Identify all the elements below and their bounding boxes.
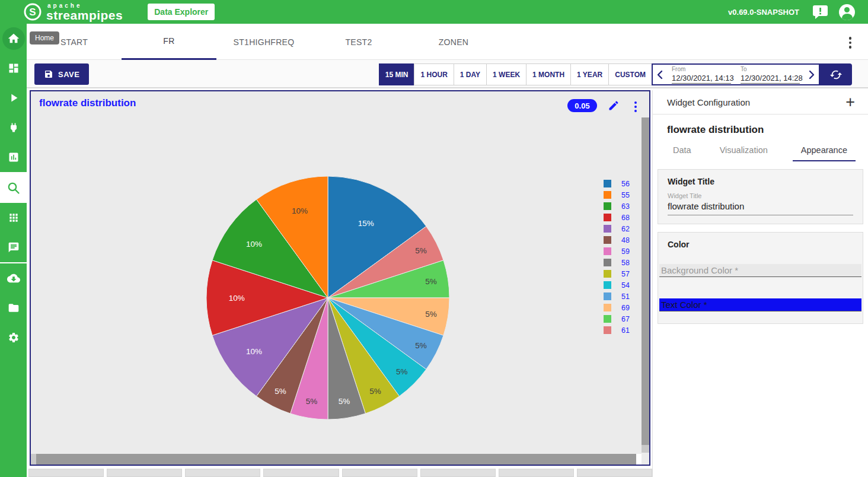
streampipes-logo[interactable]: S apache streampipes [23,2,123,22]
sidebar-item-connect[interactable] [0,113,27,142]
legend-item[interactable]: 51 [604,291,637,302]
sidebar-item-install-elements[interactable] [0,263,27,293]
logo-streampipes-text: streampipes [46,9,123,21]
panel-title: Widget Configuration [667,97,750,107]
pie-slice-label: 5% [275,387,286,396]
dashboard-grid-row [28,469,652,477]
sidebar-item-pipeline-overview[interactable] [0,53,27,83]
dashboard-tab-bar: Home START FR ST1HIGHFREQ TEST2 ZONEN [27,24,868,60]
legend-swatch [604,236,611,244]
save-button[interactable]: SAVE [34,63,89,85]
edit-pencil-icon[interactable] [608,100,620,112]
pie-slice-label: 5% [306,397,318,406]
legend-item[interactable]: 56 [604,178,637,189]
legend-item[interactable]: 54 [604,279,637,291]
pie-chart-widget: flowrate distribution 0.05 15%5%5%5%5%5%… [30,90,650,466]
add-widget-icon[interactable]: + [845,96,855,108]
legend-item[interactable]: 68 [604,212,637,223]
app-header: S apache streampipes Data Explorer v0.69… [0,0,868,24]
sidebar-item-dashboard[interactable] [0,142,27,172]
sidebar-item-notifications[interactable] [0,233,27,262]
pie-slice-label: 5% [369,387,381,396]
legend-label: 68 [617,214,630,222]
time-range-selector: 15 MIN 1 HOUR 1 DAY 1 WEEK 1 MONTH 1 YEA… [379,63,852,85]
range-1month-button[interactable]: 1 MONTH [526,63,571,85]
pie-slice-label: 5% [425,277,437,286]
feedback-icon[interactable] [812,5,828,20]
horizontal-scrollbar-thumb[interactable] [36,454,636,465]
legend-item[interactable]: 61 [604,325,637,336]
svg-text:S: S [29,7,36,18]
legend-item[interactable]: 69 [604,302,637,313]
legend-swatch [604,326,611,334]
vertical-scrollbar-thumb[interactable] [642,117,649,445]
to-date-field[interactable]: To 12/30/2021, 14:28 [736,65,805,84]
grid-cell [342,469,417,477]
chat-icon [8,241,20,253]
panel-tab-visualization[interactable]: Visualization [716,145,771,161]
tab-zonen[interactable]: ZONEN [406,24,501,60]
chevron-left-icon[interactable] [653,65,667,84]
sidebar-item-pipelines[interactable] [0,83,27,113]
sidebar-item-apps[interactable] [0,203,27,233]
pie-slice-label: 10% [246,347,262,356]
legend-item[interactable]: 48 [604,234,637,246]
background-color-input[interactable]: Background Color * [659,264,861,277]
range-1week-button[interactable]: 1 WEEK [486,63,526,85]
pie-slice-label: 5% [396,367,408,376]
from-date-field[interactable]: From 12/30/2021, 14:13 [667,65,736,84]
panel-widget-name: flowrate distribution [667,124,868,136]
legend-item[interactable]: 63 [604,201,637,212]
sidebar-item-data-explorer[interactable] [0,173,27,203]
legend-item[interactable]: 67 [604,313,637,325]
range-1hour-button[interactable]: 1 HOUR [414,63,454,85]
tab-overflow-menu-icon[interactable] [849,35,852,50]
vertical-scrollbar[interactable] [642,117,649,453]
legend-label: 69 [617,304,630,312]
horizontal-scrollbar[interactable] [31,454,642,465]
legend-label: 63 [617,202,630,211]
tab-test2[interactable]: TEST2 [311,24,406,60]
range-1year-button[interactable]: 1 YEAR [570,63,609,85]
panel-tab-appearance[interactable]: Appearance [793,145,856,161]
sidebar-item-files[interactable] [0,293,27,323]
legend-label: 56 [617,180,630,188]
legend-swatch [604,180,611,187]
refresh-interval-badge[interactable]: 0.05 [567,99,597,112]
folder-icon [8,302,20,314]
legend-item[interactable]: 62 [604,223,637,234]
legend-swatch [604,247,611,255]
legend-item[interactable]: 59 [604,246,637,257]
widget-menu-icon[interactable] [634,100,637,114]
data-explorer-badge[interactable]: Data Explorer [148,4,215,20]
legend-item[interactable]: 58 [604,257,637,268]
sidebar-item-settings[interactable] [0,323,27,352]
widget-title: flowrate distribution [39,97,136,109]
user-avatar-icon[interactable] [839,4,855,20]
tab-st1highfreq[interactable]: ST1HIGHFREQ [216,24,311,60]
sidebar-item-home[interactable] [0,24,27,53]
pie-chart: 15%5%5%5%5%5%5%5%5%5%10%10%10%10% [197,167,458,428]
legend-item[interactable]: 55 [604,189,637,201]
range-15min-button[interactable]: 15 MIN [379,63,415,85]
refresh-button[interactable] [820,63,852,85]
play-icon [7,91,20,104]
range-custom-button[interactable]: CUSTOM [608,63,652,85]
chevron-right-icon[interactable] [805,65,819,84]
legend-item[interactable]: 57 [604,268,637,279]
logo-apache-text: apache [47,3,123,9]
apps-grid-icon [8,212,20,224]
text-color-input[interactable]: Text Color * [659,298,861,311]
home-chip[interactable]: Home [30,31,59,44]
widget-title-input[interactable]: flowrate distribution [668,201,853,215]
panel-tab-data[interactable]: Data [669,145,695,161]
legend-label: 59 [617,247,630,256]
tab-fr[interactable]: FR [122,24,216,60]
grid-cell [420,469,496,477]
pie-slice-label: 10% [246,240,262,249]
range-1day-button[interactable]: 1 DAY [454,63,487,85]
search-icon [7,181,21,195]
legend-label: 58 [617,259,630,267]
dashboard-icon [8,62,20,74]
color-card: Color Background Color * Text Color * [658,232,863,324]
